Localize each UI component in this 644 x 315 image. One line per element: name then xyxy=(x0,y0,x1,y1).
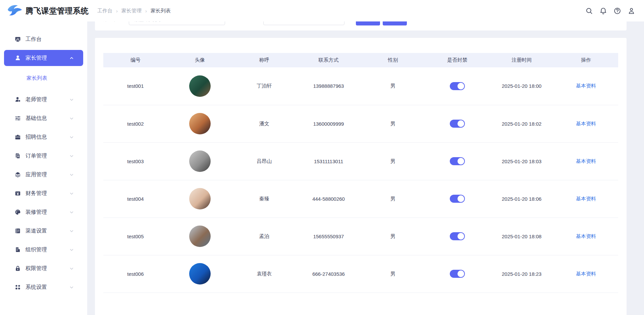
sidebar-subitem-parent-list[interactable]: 家长列表 xyxy=(4,69,83,87)
basic-info-link[interactable]: 基本资料 xyxy=(576,271,596,276)
sidebar: 工作台家长管理家长列表老师管理基础信息招聘信息订单管理应用管理财务管理装修管理渠… xyxy=(0,21,87,315)
cell-ban-status xyxy=(425,180,489,217)
chevron-down-icon xyxy=(69,229,74,233)
cell-id: test003 xyxy=(103,142,168,180)
toggle-knob xyxy=(458,195,464,202)
parent-table-card: 编号头像称呼联系方式性别是否封禁注册时间操作 test001丁泊轩1398888… xyxy=(95,38,627,315)
org-icon xyxy=(15,247,21,253)
sidebar-item-dashboard[interactable]: 工作台 xyxy=(4,31,83,47)
toggle-knob xyxy=(458,270,464,277)
cell-action: 基本资料 xyxy=(554,255,618,293)
cell-name: 潘文 xyxy=(232,105,297,142)
cell-id: test001 xyxy=(103,67,168,105)
cell-avatar xyxy=(168,142,232,180)
cell-gender: 男 xyxy=(361,180,425,217)
column-header: 联系方式 xyxy=(297,53,361,67)
cell-phone: 444-58800260 xyxy=(297,180,361,217)
search-icon[interactable] xyxy=(585,7,593,15)
lock-icon xyxy=(15,265,21,271)
basic-info-link[interactable]: 基本资料 xyxy=(576,83,596,88)
ban-toggle[interactable] xyxy=(450,232,465,240)
sidebar-item-label: 财务管理 xyxy=(25,190,69,197)
cell-registered: 2025-01-20 18:08 xyxy=(489,217,554,255)
cell-id: test006 xyxy=(103,255,168,293)
column-header: 操作 xyxy=(554,53,618,67)
ban-toggle[interactable] xyxy=(450,270,465,278)
dashboard-icon xyxy=(15,36,21,42)
sidebar-item-layers[interactable]: 应用管理 xyxy=(4,167,83,183)
avatar xyxy=(189,188,211,209)
cell-action: 基本资料 xyxy=(554,105,618,142)
sidebar-item-label: 系统设置 xyxy=(25,284,69,291)
column-header: 注册时间 xyxy=(489,53,554,67)
ban-toggle[interactable] xyxy=(450,120,465,128)
sidebar-item-label: 订单管理 xyxy=(25,152,69,160)
table-row: test004秦臻444-58800260男2025-01-20 18:06基本… xyxy=(103,180,618,217)
header-actions xyxy=(585,7,635,15)
sidebar-item-label: 基础信息 xyxy=(25,115,69,122)
cell-action: 基本资料 xyxy=(554,217,618,255)
help-icon[interactable] xyxy=(613,7,621,15)
table-row: test006袁瑾衣666-27403536男2025-01-20 18:23基… xyxy=(103,255,618,293)
cell-id: test002 xyxy=(103,105,168,142)
column-header: 性别 xyxy=(361,53,425,67)
toggle-knob xyxy=(458,158,464,165)
sidebar-item-channel[interactable]: 渠道设置 xyxy=(4,223,83,239)
cell-gender: 男 xyxy=(361,142,425,180)
sidebar-item-label: 组织管理 xyxy=(25,246,69,253)
cell-action: 基本资料 xyxy=(554,142,618,180)
briefcase-icon xyxy=(15,134,21,140)
avatar xyxy=(189,263,211,285)
chevron-down-icon xyxy=(69,98,74,102)
cell-gender: 男 xyxy=(361,67,425,105)
user-icon[interactable] xyxy=(628,7,635,15)
sidebar-item-label: 渠道设置 xyxy=(25,228,69,235)
basic-info-link[interactable]: 基本资料 xyxy=(576,233,596,239)
cell-name: 丁泊轩 xyxy=(232,67,297,105)
avatar xyxy=(189,113,211,134)
table-row: test001丁泊轩13988887963男2025-01-20 18:00基本… xyxy=(103,67,618,105)
bell-icon[interactable] xyxy=(599,7,607,15)
sidebar-item-wallet[interactable]: 财务管理 xyxy=(4,185,83,201)
cell-name: 孟泊 xyxy=(232,217,297,255)
chevron-down-icon xyxy=(69,116,74,121)
ban-toggle[interactable] xyxy=(450,157,465,165)
palette-icon xyxy=(15,209,21,215)
cell-avatar xyxy=(168,217,232,255)
sidebar-item-briefcase[interactable]: 招聘信息 xyxy=(4,129,83,145)
cell-avatar xyxy=(168,105,232,142)
wallet-icon xyxy=(15,190,21,196)
sidebar-item-lock[interactable]: 权限管理 xyxy=(4,260,83,276)
app-logo[interactable]: 腾飞课堂管理系统 xyxy=(7,4,89,18)
parent-table: 编号头像称呼联系方式性别是否封禁注册时间操作 test001丁泊轩1398888… xyxy=(103,53,618,293)
cell-avatar xyxy=(168,67,232,105)
chevron-up-icon xyxy=(69,56,74,60)
cell-name: 吕昂山 xyxy=(232,142,297,180)
sidebar-item-parent[interactable]: 家长管理 xyxy=(4,50,83,66)
sidebar-item-grid[interactable]: 系统设置 xyxy=(4,279,83,295)
cell-registered: 2025-01-20 18:23 xyxy=(489,255,554,293)
column-header: 称呼 xyxy=(232,53,297,67)
breadcrumb-item[interactable]: 家长管理 xyxy=(121,8,142,14)
sidebar-item-org[interactable]: 组织管理 xyxy=(4,242,83,258)
sidebar-item-sliders[interactable]: 基础信息 xyxy=(4,110,83,126)
sidebar-item-orders[interactable]: 订单管理 xyxy=(4,148,83,164)
table-row: test005孟泊15655550937男2025-01-20 18:08基本资… xyxy=(103,217,618,255)
orders-icon xyxy=(15,153,21,159)
basic-info-link[interactable]: 基本资料 xyxy=(576,196,596,201)
cell-name: 袁瑾衣 xyxy=(232,255,297,293)
basic-info-link[interactable]: 基本资料 xyxy=(576,121,596,126)
chevron-down-icon xyxy=(69,266,74,271)
basic-info-link[interactable]: 基本资料 xyxy=(576,158,596,164)
teacher-icon xyxy=(15,97,21,103)
ban-toggle[interactable] xyxy=(450,195,465,203)
app-header: 腾飞课堂管理系统 工作台›家长管理›家长列表 xyxy=(0,0,644,21)
sidebar-item-label: 招聘信息 xyxy=(25,134,69,141)
chevron-down-icon xyxy=(69,248,74,252)
ban-toggle[interactable] xyxy=(450,82,465,90)
breadcrumb-item[interactable]: 工作台 xyxy=(97,8,112,14)
sidebar-item-teacher[interactable]: 老师管理 xyxy=(4,91,83,108)
sidebar-item-palette[interactable]: 装修管理 xyxy=(4,204,83,220)
chevron-down-icon xyxy=(69,173,74,177)
cell-name: 秦臻 xyxy=(232,180,297,217)
